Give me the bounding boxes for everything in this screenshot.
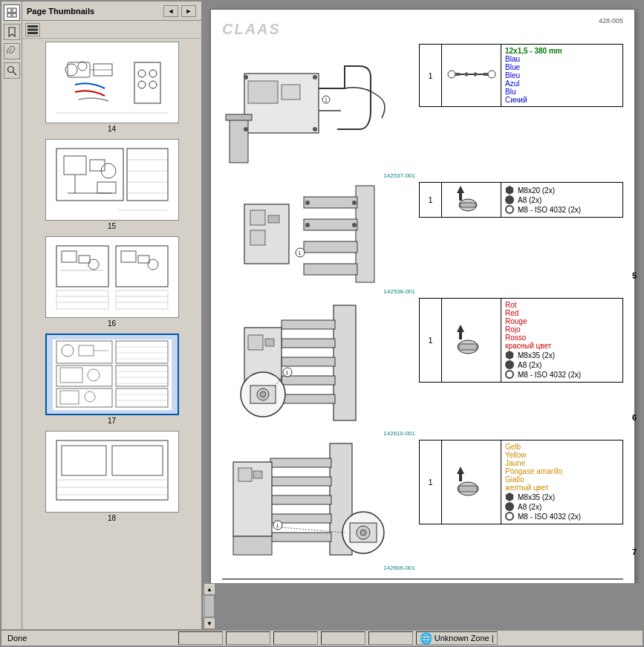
section-6-table: 1: [419, 298, 623, 383]
svg-rect-7: [27, 28, 38, 30]
thumbnail-item-15[interactable]: 15: [25, 139, 198, 230]
thumb-label-18: 18: [108, 514, 116, 522]
status-zone-separator: |: [492, 634, 494, 643]
thumbnail-item-17[interactable]: 17: [25, 334, 198, 425]
part-rouge: Rouge: [505, 317, 619, 325]
status-zone-label: Unknown Zone: [435, 634, 489, 643]
thumb-label-16: 16: [108, 319, 116, 328]
thumb-label-17: 17: [108, 417, 116, 425]
part-jaune: Jaune: [505, 459, 619, 467]
svg-rect-161: [459, 486, 477, 492]
svg-rect-139: [459, 344, 477, 350]
thumbnail-list[interactable]: 14: [22, 39, 201, 629]
section-4-row: 1: [420, 45, 623, 107]
page-thumbnails-icon[interactable]: [4, 4, 20, 21]
fig-ref-5: 142538-001: [222, 288, 415, 295]
status-cell-5: [368, 631, 413, 645]
section-7-row: 1: [420, 440, 623, 524]
thumbnail-item-18[interactable]: 18: [25, 431, 198, 522]
svg-text:1: 1: [325, 97, 328, 103]
svg-rect-108: [268, 215, 279, 223]
svg-rect-159: [459, 474, 462, 481]
scroll-track[interactable]: [204, 595, 215, 617]
part-a8-2: A8 (2x): [505, 360, 619, 369]
status-done: Done: [1, 634, 33, 643]
svg-marker-115: [457, 186, 464, 193]
bookmark-icon[interactable]: [4, 24, 20, 40]
section-4-desc: 12x1,5 - 380 mm Blau Blue Bleu Azul Blu …: [501, 45, 623, 107]
nav-next-button[interactable]: ►: [181, 5, 196, 17]
svg-rect-0: [7, 8, 11, 13]
nav-prev-button[interactable]: ◄: [163, 5, 178, 17]
thumb-image-17[interactable]: [45, 334, 179, 415]
part-giallo: Giallo: [505, 475, 619, 484]
section-num-5: 5: [632, 271, 637, 280]
svg-rect-123: [282, 357, 335, 366]
part-red: Red: [505, 309, 619, 317]
scroll-up-button[interactable]: ▲: [204, 583, 215, 595]
svg-marker-97: [464, 72, 469, 77]
thumb-image-14[interactable]: [45, 42, 179, 123]
svg-rect-121: [282, 320, 335, 329]
svg-point-113: [305, 223, 310, 227]
list-view-button[interactable]: [25, 23, 40, 36]
part-zhyolty: желтый цвет: [505, 484, 619, 492]
search-icon[interactable]: [4, 62, 20, 79]
status-cell-2: [226, 631, 270, 645]
scroll-thumb[interactable]: [204, 595, 215, 617]
svg-rect-150: [233, 536, 272, 555]
section-4-num: 1: [420, 45, 442, 107]
svg-rect-128: [265, 339, 274, 346]
svg-point-96: [488, 71, 495, 78]
app-window: Page Thumbnails ◄ ►: [0, 0, 644, 647]
svg-rect-122: [282, 339, 335, 348]
section-6-parts: 1: [415, 298, 623, 437]
fig-ref-4: 142537-001: [222, 172, 415, 179]
right-scrollbar[interactable]: ▲ ▼: [203, 583, 215, 629]
section-7-table: 1: [419, 440, 623, 524]
bolt-hex-icon-3: [505, 492, 514, 501]
svg-point-89: [313, 75, 317, 79]
svg-rect-106: [250, 210, 265, 225]
part-m8x35-1: M8x35 (2x): [505, 351, 619, 360]
thumbnail-item-14[interactable]: 14: [25, 42, 198, 133]
status-cell-4: [321, 631, 365, 645]
section-4-diagram: 1 142537-001: [222, 44, 415, 179]
thumbnail-item-16[interactable]: 16: [25, 236, 198, 328]
bolt-hex-icon-2: [505, 351, 514, 360]
section-7-num: 1: [420, 440, 442, 524]
svg-point-111: [305, 201, 310, 205]
svg-rect-3: [13, 13, 16, 17]
nut-icon-1: [505, 205, 514, 214]
svg-rect-143: [270, 477, 331, 486]
attachment-icon[interactable]: [4, 43, 20, 59]
thumb-image-15[interactable]: [45, 139, 179, 221]
section-6-desc: Rot Red Rouge Rojo Rosso красный цвет: [501, 299, 623, 383]
part-azul: Azul: [505, 79, 619, 88]
section-5-row: 1: [420, 183, 623, 218]
svg-marker-136: [457, 325, 464, 332]
status-zone-container: 🌐 Unknown Zone |: [416, 631, 498, 645]
svg-rect-149: [253, 471, 262, 478]
left-icon-bar: [1, 1, 22, 629]
part-blu: Blu: [505, 88, 619, 96]
svg-point-88: [244, 75, 248, 79]
section-num-7: 7: [632, 547, 637, 556]
section-5-table: 1: [419, 182, 623, 218]
part-yellow: Yellow: [505, 451, 619, 459]
doc-area[interactable]: CLAAS 428-005: [203, 1, 643, 583]
washer-icon-3: [505, 502, 514, 511]
svg-text:1: 1: [298, 250, 302, 256]
part-a8-1: A8 (2x): [505, 195, 619, 204]
section-4-img: [442, 45, 501, 107]
thumb-image-18[interactable]: [45, 431, 179, 513]
svg-rect-120: [334, 305, 356, 420]
part-m8x20: M8x20 (2x): [505, 186, 619, 195]
svg-rect-104: [304, 264, 357, 275]
scroll-down-button[interactable]: ▼: [204, 617, 215, 629]
svg-rect-125: [282, 394, 335, 403]
washer-icon-2: [505, 360, 514, 369]
svg-rect-84: [230, 118, 248, 163]
thumb-image-16[interactable]: [45, 236, 179, 318]
doc-page: CLAAS 428-005: [210, 9, 635, 583]
